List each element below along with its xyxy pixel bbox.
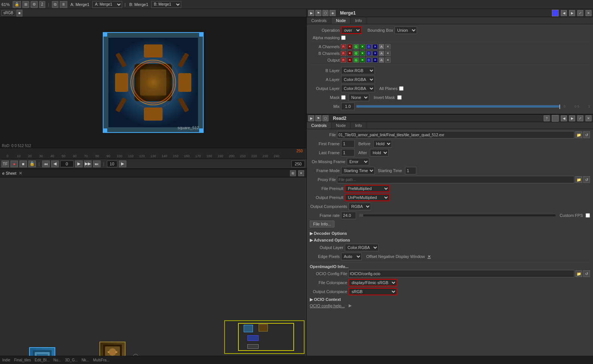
a-ch-x1[interactable]: ✕ — [347, 44, 352, 49]
file-colorspace-select[interactable]: display/Filmic sRGB — [349, 279, 397, 286]
bottom-item-7[interactable]: MultiFra... — [93, 358, 109, 362]
read1-thumbnail[interactable] — [29, 347, 55, 356]
mix-slider[interactable] — [356, 105, 560, 108]
prev-frame-btn[interactable]: ◀ — [51, 161, 59, 167]
mix-input[interactable]: 1.0 — [341, 103, 355, 110]
file-info-btn[interactable]: File Info... — [310, 221, 334, 227]
file-premult-select[interactable]: PreMultiplied — [345, 185, 390, 192]
toolbar-num-btn[interactable]: 2 — [39, 1, 45, 8]
ocio-reload-btn[interactable]: ↺ — [583, 270, 590, 277]
out-ch-x2[interactable]: ✕ — [360, 57, 365, 63]
read2-node[interactable]: ▶ Read2 (tile_laser_quad_512.exr) — [93, 342, 132, 356]
frame-end-input[interactable]: 250 — [291, 161, 305, 167]
skip-end-btn[interactable]: ⏭ — [93, 161, 101, 167]
b-ch-r[interactable]: R — [341, 51, 346, 56]
bottom-item-2[interactable]: Final_tiles — [14, 358, 31, 362]
record-btn[interactable]: ● — [10, 161, 18, 167]
tab-controls[interactable]: Controls — [307, 17, 331, 24]
proxy-reload-btn[interactable]: ↺ — [583, 176, 590, 183]
toolbar-viewer-btn[interactable]: ⊞ — [22, 1, 29, 8]
read2-tab-node[interactable]: Node — [331, 122, 350, 129]
toolbar-lock-btn[interactable]: 🔒 — [13, 1, 21, 8]
props-icon-4[interactable]: ◈ — [330, 10, 336, 16]
b-ch-x3[interactable]: ✕ — [373, 51, 378, 56]
mask-checkbox[interactable] — [341, 95, 346, 100]
out-ch-b[interactable]: B — [366, 57, 371, 63]
a-ch-x3[interactable]: ✕ — [373, 44, 378, 49]
props-icon-1[interactable]: ▶ — [308, 10, 314, 16]
operation-select[interactable]: over — [341, 27, 362, 34]
node-editor-btn1[interactable]: ⊞ — [290, 170, 296, 176]
output-premult-select[interactable]: UnPreMultiplied — [345, 194, 390, 201]
viewer-color-btn[interactable]: ■ — [16, 10, 22, 16]
tab-node[interactable]: Node — [331, 17, 350, 24]
custom-fps-checkbox[interactable] — [586, 213, 590, 218]
timeline-ruler[interactable]: 250 0 10 20 30 40 50 60 70 80 90 100 110… — [0, 148, 306, 159]
out-ch-x1[interactable]: ✕ — [347, 57, 352, 63]
bottom-item-6[interactable]: Nk... — [81, 358, 89, 362]
b-ch-a[interactable]: A — [379, 51, 384, 56]
current-frame-input[interactable]: 0 — [60, 161, 74, 167]
a-ch-r[interactable]: R — [341, 44, 346, 49]
out-ch-g[interactable]: G — [353, 57, 359, 63]
node-editor-tab[interactable]: e Sheet — [2, 171, 16, 175]
read2-help-btn[interactable]: ? — [544, 115, 550, 121]
frame-rate-input[interactable]: 24.0 — [341, 212, 356, 219]
next-frame-btn[interactable]: ▶▶ — [84, 161, 92, 167]
toolbar-pause-btn[interactable]: ⏸ — [60, 1, 67, 8]
proxy-file-input[interactable] — [337, 176, 574, 183]
read2-tab-info[interactable]: Info — [350, 122, 367, 129]
frame-rate-slider[interactable] — [359, 214, 556, 217]
a-ch-g[interactable]: G — [353, 44, 359, 49]
read2-btn-close[interactable]: ✕ — [586, 115, 592, 121]
skip-start-btn[interactable]: ⏮ — [42, 161, 50, 167]
ocio-browse-btn[interactable]: 📁 — [575, 270, 582, 277]
b-ch-x1[interactable]: ✕ — [347, 51, 352, 56]
last-frame-input[interactable]: 1 — [341, 149, 355, 156]
lock-btn[interactable]: 🔒 — [28, 161, 36, 167]
output-colorspace-select[interactable]: sRGB — [349, 288, 397, 295]
read2-color-square[interactable] — [552, 115, 559, 122]
frame-mode-select[interactable]: Starting Time — [341, 167, 375, 174]
ocio-help-link[interactable]: OCIO config help... — [310, 304, 345, 308]
a-layer-select[interactable]: Color.RGBA — [341, 76, 375, 83]
merge-b-select[interactable]: B: Merge1 — [151, 1, 181, 8]
a-ch-x4[interactable]: ✕ — [385, 44, 390, 49]
read2-btn-expand[interactable]: ⤢ — [577, 115, 583, 121]
minimap[interactable] — [224, 320, 305, 354]
out-ch-a[interactable]: A — [379, 57, 384, 63]
out-ch-x4[interactable]: ✕ — [385, 57, 390, 63]
proxy-browse-btn[interactable]: 📁 — [575, 176, 582, 183]
output-layer-select[interactable]: Color.RGBA — [341, 85, 375, 92]
read2-thumbnail[interactable] — [99, 342, 126, 356]
read2-output-layer-select[interactable]: Color.RGBA — [345, 244, 379, 251]
read2-btn-left[interactable]: ◀ — [561, 115, 567, 121]
on-missing-select[interactable]: Error — [347, 158, 369, 165]
read2-icon-2[interactable]: ⚑ — [315, 115, 321, 121]
starting-time-input[interactable]: 1 — [405, 167, 416, 174]
edge-pixels-select[interactable]: Auto — [341, 253, 362, 260]
read2-tab-controls[interactable]: Controls — [307, 122, 331, 129]
props-color-square1[interactable] — [552, 10, 559, 16]
before-select[interactable]: Hold — [373, 140, 392, 147]
read2-icon-1[interactable]: ▶ — [308, 115, 314, 121]
read2-btn-right[interactable]: ▶ — [569, 115, 575, 121]
play-rev-btn[interactable]: ▶ — [119, 161, 126, 167]
props-btn-left[interactable]: ◀ — [561, 10, 567, 16]
props-btn-close[interactable]: ✕ — [586, 10, 592, 16]
out-ch-x3[interactable]: ✕ — [373, 57, 378, 63]
merge-a-select[interactable]: A: Merge1 — [92, 1, 122, 8]
out-ch-r[interactable]: R — [341, 57, 346, 63]
first-frame-input[interactable]: 1 — [341, 140, 355, 147]
alpha-masking-checkbox[interactable] — [341, 35, 346, 40]
file-reload-btn[interactable]: ↺ — [583, 131, 590, 138]
b-ch-x4[interactable]: ✕ — [385, 51, 390, 56]
bottom-item-5[interactable]: 3D_G... — [65, 358, 78, 362]
toolbar-settings-btn[interactable]: ⚙ — [31, 1, 38, 8]
node-editor-canvas[interactable]: ▶ Read1 (tile_fond_saturee_1_ouplotte.jp… — [0, 177, 306, 356]
srgb-badge[interactable]: sRGB — [1, 10, 15, 16]
b-layer-select[interactable]: Color.RGB — [341, 67, 375, 74]
bounding-box-select[interactable]: Union — [395, 27, 417, 34]
toolbar-copy-btn[interactable]: ⧉ — [52, 1, 58, 8]
stop-btn[interactable]: ■ — [19, 161, 27, 167]
